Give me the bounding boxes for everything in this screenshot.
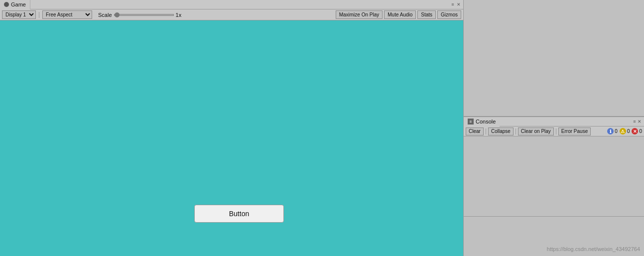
console-toolbar: Clear Collapse Clear on Play Error Pause… bbox=[464, 127, 644, 136]
display-select[interactable]: Display 1 bbox=[2, 10, 36, 19]
console-tab[interactable]: ≡ Console bbox=[464, 117, 500, 127]
console-sep-2 bbox=[515, 128, 516, 134]
warn-icon: ⚠ bbox=[620, 128, 626, 134]
console-menu-icon[interactable]: ≡ bbox=[632, 119, 637, 124]
error-count-value: 0 bbox=[639, 128, 642, 134]
game-tab[interactable]: Game bbox=[0, 0, 30, 9]
console-sep-3 bbox=[556, 128, 556, 134]
game-toolbar: Display 1 Free Aspect Scale 1x Maximize … bbox=[0, 9, 463, 20]
console-tab-bar: ≡ Console ≡ ✕ bbox=[464, 117, 644, 127]
console-content bbox=[464, 136, 644, 216]
info-icon: ℹ bbox=[607, 128, 614, 134]
console-counts: ℹ 0 ⚠ 0 ✕ 0 bbox=[607, 128, 642, 134]
console-tab-label: Console bbox=[476, 119, 496, 125]
warn-count: ⚠ 0 bbox=[620, 128, 630, 134]
scale-label: Scale bbox=[98, 12, 112, 18]
error-icon: ✕ bbox=[632, 128, 638, 134]
aspect-select[interactable]: Free Aspect bbox=[42, 10, 92, 19]
error-pause-button[interactable]: Error Pause bbox=[558, 128, 591, 135]
window-close-icon[interactable]: ✕ bbox=[456, 2, 461, 7]
scale-container: Scale 1x bbox=[98, 12, 181, 18]
window-menu-icon[interactable]: ≡ bbox=[450, 2, 455, 7]
maximize-on-play-btn[interactable]: Maximize On Play bbox=[336, 10, 383, 19]
console-sep-1 bbox=[486, 128, 486, 134]
display-select-wrapper: Display 1 bbox=[2, 10, 36, 19]
warn-count-value: 0 bbox=[627, 128, 630, 134]
clear-button[interactable]: Clear bbox=[466, 128, 484, 135]
gizmos-btn[interactable]: Gizmos bbox=[437, 10, 461, 19]
right-panel: ≡ Console ≡ ✕ Clear Collapse Clear on Pl… bbox=[463, 0, 644, 256]
console-close-icon[interactable]: ✕ bbox=[637, 119, 642, 124]
game-panel: Game ≡ ✕ Display 1 Free Aspect Scale 1x bbox=[0, 0, 463, 256]
right-top-panel bbox=[464, 0, 644, 117]
right-bottom-panel: https://blog.csdn.net/weixin_43492764 bbox=[464, 216, 644, 256]
console-panel: ≡ Console ≡ ✕ Clear Collapse Clear on Pl… bbox=[464, 117, 644, 216]
scale-slider[interactable] bbox=[114, 14, 174, 16]
main-layout: Game ≡ ✕ Display 1 Free Aspect Scale 1x bbox=[0, 0, 644, 256]
game-tab-label: Game bbox=[11, 1, 26, 7]
toolbar-right: Maximize On Play Mute Audio Stats Gizmos bbox=[336, 10, 461, 19]
scale-value: 1x bbox=[176, 12, 182, 18]
clear-on-play-button[interactable]: Clear on Play bbox=[518, 128, 554, 135]
game-tab-bar: Game ≡ ✕ bbox=[0, 0, 463, 9]
game-ui-button[interactable]: Button bbox=[194, 205, 284, 223]
info-count-value: 0 bbox=[615, 128, 618, 134]
game-tab-icon bbox=[4, 2, 9, 7]
toolbar-separator-1 bbox=[39, 12, 39, 18]
console-tab-icon: ≡ bbox=[468, 119, 474, 125]
watermark: https://blog.csdn.net/weixin_43492764 bbox=[547, 246, 640, 252]
error-count: ✕ 0 bbox=[632, 128, 642, 134]
window-controls: ≡ ✕ bbox=[450, 2, 463, 7]
mute-audio-btn[interactable]: Mute Audio bbox=[384, 10, 416, 19]
info-count: ℹ 0 bbox=[607, 128, 618, 134]
console-window-controls: ≡ ✕ bbox=[632, 119, 644, 124]
collapse-button[interactable]: Collapse bbox=[488, 128, 514, 135]
game-viewport: Button bbox=[0, 20, 463, 256]
stats-btn[interactable]: Stats bbox=[417, 10, 436, 19]
